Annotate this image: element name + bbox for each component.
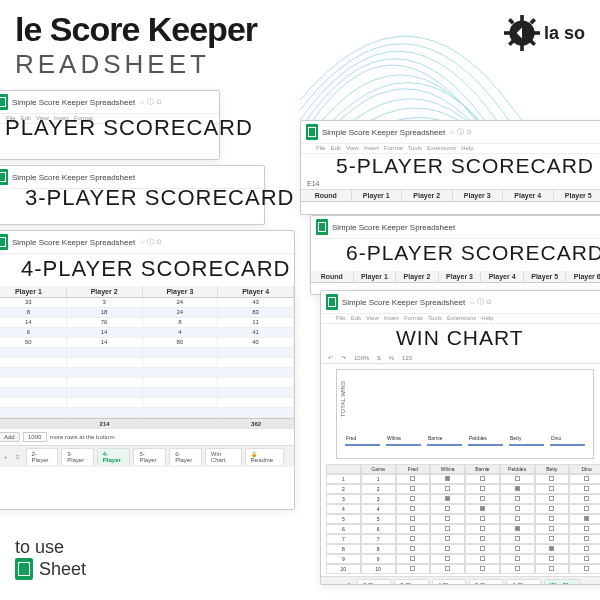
wins-table: GameFredWilmaBarniePebblesBettyDino 11 2… [326,464,600,574]
sheets-icon [306,124,318,140]
sum-row: 214362 [0,418,294,429]
table-row [0,358,294,368]
card-5player: Simple Score Keeper Spreadsheet ☆ ⓘ ⊙ Fi… [300,120,600,215]
table-row [0,398,294,408]
player-headers: Player 1Player 2Player 3Player 4 [0,286,294,298]
svg-rect-1 [520,15,524,22]
table-row: 50148040 [0,338,294,348]
sheets-icon [15,558,33,580]
add-rows[interactable]: Add 1000 more rows at the bottom [0,429,294,445]
table-row: 3332443 [0,298,294,308]
heading-line-2: READSHEET [15,49,257,80]
label-winchart: WIN CHART [396,326,600,350]
label-5player: 5-PLAYER SCORECARD [336,154,600,178]
win-chart: TOTAL WINS Fred Wilma Barnie Pebbles Bet… [336,369,594,459]
tab-2player[interactable]: 2-Player [26,448,59,465]
table-row [0,378,294,388]
footer-note: to use Sheet [15,537,86,580]
svg-rect-2 [520,44,524,51]
card-4player: Simple Score Keeper Spreadsheet ☆ ⓘ ⊙ 4-… [0,230,295,510]
tab-6player[interactable]: 6-Player [169,448,202,465]
svg-rect-5 [508,18,514,24]
label-4player: 4-PLAYER SCORECARD [21,256,295,282]
rows-input[interactable]: 1000 [23,432,47,442]
label-2player: PLAYER SCORECARD [5,115,253,141]
label-6player: 6-PLAYER SCORECARD [346,241,600,265]
table-row [0,368,294,378]
svg-rect-4 [533,31,540,35]
sheet-tabs[interactable]: + ≡ 2-Player 3-Player 4-Player 5-Player … [0,445,294,467]
sheets-icon [316,219,328,235]
sheets-icon [326,294,338,310]
tab-3player[interactable]: 3-Player [61,448,94,465]
tab-5player[interactable]: 5-Player [133,448,166,465]
add-sheet-icon[interactable]: + [1,454,10,460]
tab-winchart[interactable]: Win Chart [205,448,242,465]
svg-rect-7 [530,18,536,24]
card-6player: Simple Score Keeper Spreadsheet 6-PLAYER… [310,215,600,295]
y-axis-label: TOTAL WINS [340,381,346,417]
tab-readme[interactable]: Readme [245,448,284,465]
add-button[interactable]: Add [0,432,20,442]
table-row: 614441 [0,328,294,338]
sheets-icon [0,169,8,185]
sheet-tabs[interactable]: + ≡ 2-Player 3-Player 4-Player 5-Player … [321,576,600,585]
table-row [0,388,294,398]
table-row [0,408,294,418]
gear-icon [504,15,540,51]
sheets-icon [0,234,8,250]
table-row: 1476811 [0,318,294,328]
svg-rect-3 [504,31,511,35]
cell-ref: E14 [301,178,600,190]
card-winchart: Simple Score Keeper Spreadsheet ☆ ⓘ ⊙ Fi… [320,290,600,585]
table-row: 8182483 [0,308,294,318]
tab-4player[interactable]: 4-Player [97,448,131,465]
sheets-icon [0,94,8,110]
table-row [0,348,294,358]
brand-logo: la so [504,15,585,51]
label-3player: 3-PLAYER SCORECARD [25,185,294,211]
main-heading: le Score Keeper READSHEET [15,10,257,80]
heading-line-1: le Score Keeper [15,10,257,49]
